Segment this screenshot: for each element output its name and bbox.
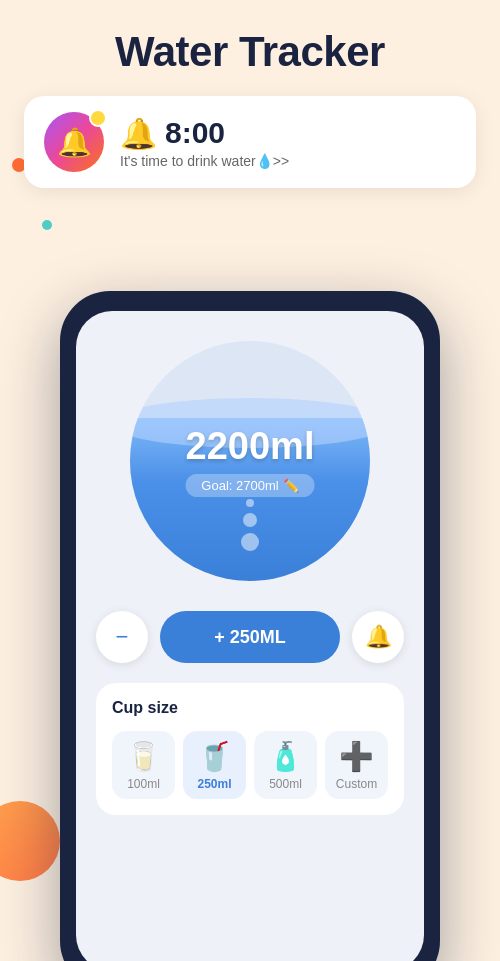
bell-icon: 🔔 xyxy=(365,624,392,650)
edit-icon: ✏️ xyxy=(283,478,299,493)
phone-screen: 2200ml Goal: 2700ml ✏️ − + 250ML 🔔 xyxy=(76,311,424,961)
cup-label-custom: Custom xyxy=(336,777,377,791)
action-row: − + 250ML 🔔 xyxy=(96,611,404,663)
water-circle[interactable]: 2200ml Goal: 2700ml ✏️ xyxy=(130,341,370,581)
cup-label-100: 100ml xyxy=(127,777,160,791)
cup-icon-500: 🧴 xyxy=(268,743,303,771)
cup-item-250ml[interactable]: 🥤 250ml xyxy=(183,731,246,799)
water-goal: Goal: 2700ml ✏️ xyxy=(186,474,315,497)
cup-icon-250: 🥤 xyxy=(197,743,232,771)
bubble-large xyxy=(241,533,259,551)
bell-button[interactable]: 🔔 xyxy=(352,611,404,663)
page-title: Water Tracker xyxy=(0,0,500,96)
cup-icon-custom: ➕ xyxy=(339,743,374,771)
notification-content: 🔔 8:00 It's time to drink water💧>> xyxy=(120,116,289,169)
notification-subtitle: It's time to drink water💧>> xyxy=(120,153,289,169)
phone-frame: 2200ml Goal: 2700ml ✏️ − + 250ML 🔔 xyxy=(60,291,440,961)
bubble-medium xyxy=(243,513,257,527)
cup-item-custom[interactable]: ➕ Custom xyxy=(325,731,388,799)
water-amount: 2200ml xyxy=(186,425,315,468)
cup-item-500ml[interactable]: 🧴 500ml xyxy=(254,731,317,799)
cup-size-grid: 🥛 100ml 🥤 250ml 🧴 500ml ➕ Custom xyxy=(112,731,388,799)
cup-label-250: 250ml xyxy=(197,777,231,791)
add-water-button[interactable]: + 250ML xyxy=(160,611,340,663)
cup-icon-100: 🥛 xyxy=(126,743,161,771)
bubble-small xyxy=(246,499,254,507)
water-text-overlay: 2200ml Goal: 2700ml ✏️ xyxy=(186,425,315,497)
bubbles xyxy=(241,499,259,551)
notification-time: 🔔 8:00 xyxy=(120,116,289,151)
cup-label-500: 500ml xyxy=(269,777,302,791)
decorative-dot-green xyxy=(42,220,52,230)
avatar: 🔔 xyxy=(44,112,104,172)
orange-decoration xyxy=(0,801,60,881)
minus-button[interactable]: − xyxy=(96,611,148,663)
notification-card: 🔔 🔔 8:00 It's time to drink water💧>> xyxy=(24,96,476,188)
cup-size-section: Cup size 🥛 100ml 🥤 250ml 🧴 500ml ➕ Custo… xyxy=(96,683,404,815)
bell-icon: 🔔 xyxy=(120,116,157,151)
cup-size-title: Cup size xyxy=(112,699,388,717)
cup-item-100ml[interactable]: 🥛 100ml xyxy=(112,731,175,799)
